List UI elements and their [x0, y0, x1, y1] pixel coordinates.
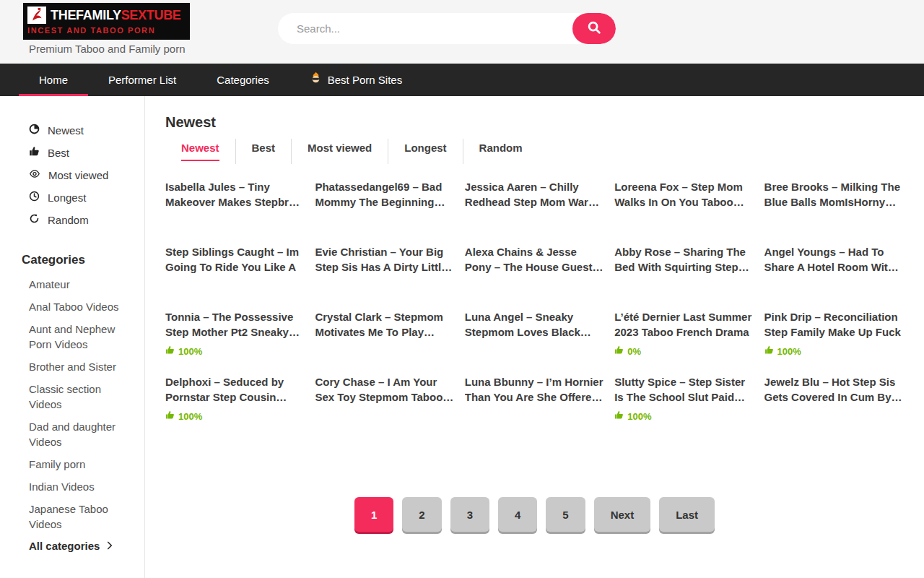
category-link[interactable]: Japanese Taboo Videos [0, 498, 144, 535]
video-title[interactable]: Jessica Aaren – Chilly Redhead Step Mom … [465, 179, 604, 210]
nav-item-home[interactable]: Home [19, 64, 88, 96]
sidebar-item-best[interactable]: Best [0, 142, 144, 164]
video-item[interactable]: Jessica Aaren – Chilly Redhead Step Mom … [465, 179, 604, 244]
nav-item-label: Home [39, 64, 68, 96]
video-title[interactable]: L’été Dernier Last Summer 2023 Taboo Fre… [614, 309, 754, 340]
search-button[interactable] [572, 13, 616, 44]
categories-heading: Categories [22, 253, 144, 267]
pagination-button[interactable]: Next [594, 497, 651, 532]
pagination-button[interactable]: 1 [354, 497, 393, 532]
video-item[interactable]: Crystal Clark – Stepmom Motivates Me To … [315, 309, 454, 374]
video-rating: 100% [165, 410, 305, 422]
video-item[interactable]: Bree Brooks – Milking The Blue Balls Mom… [764, 179, 904, 244]
video-item[interactable]: Jewelz Blu – Hot Step Sis Gets Covered I… [764, 374, 904, 439]
video-item[interactable]: Loreena Fox – Step Mom Walks In On You T… [614, 179, 754, 244]
category-link[interactable]: Brother and Sister [0, 355, 144, 378]
video-item[interactable]: Isabella Jules – Tiny Makeover Makes Ste… [165, 179, 305, 244]
video-item[interactable]: Alexa Chains & Jesse Pony – The House Gu… [465, 244, 604, 309]
category-link[interactable]: Indian Videos [0, 475, 144, 498]
video-title[interactable]: Slutty Spice – Step Sister Is The School… [614, 374, 754, 405]
video-title[interactable]: Angel Youngs – Had To Share A Hotel Room… [764, 244, 904, 275]
logo-title-red: SEXTUBE [121, 8, 181, 22]
sort-tab-label: Best [252, 142, 276, 160]
video-item[interactable]: Evie Christian – Your Big Step Sis Has A… [315, 244, 454, 309]
video-item[interactable]: Phatassedangel69 – Bad Mommy The Beginni… [315, 179, 454, 244]
header: THEFAMILYSEXTUBE INCEST AND TABOO PORN P… [0, 0, 924, 64]
sort-tab[interactable]: Random [463, 139, 539, 164]
search-bar [278, 13, 616, 44]
category-link[interactable]: Aunt and Nephew Porn Videos [0, 318, 144, 355]
pagination-button[interactable]: 4 [498, 497, 537, 532]
nav-item-performer-list[interactable]: Performer List [88, 64, 196, 96]
video-title[interactable]: Bree Brooks – Milking The Blue Balls Mom… [764, 179, 904, 210]
rating-percent: 100% [627, 411, 651, 422]
sidebar-item-newest[interactable]: Newest [0, 119, 144, 142]
nav-item-categories[interactable]: Categories [196, 64, 289, 96]
nav-item-label: Performer List [108, 64, 176, 96]
rating-percent: 100% [178, 411, 202, 422]
site-logo[interactable]: THEFAMILYSEXTUBE INCEST AND TABOO PORN [23, 3, 190, 40]
search-input[interactable] [278, 13, 588, 44]
video-title[interactable]: Cory Chase – I Am Your Sex Toy Stepmom T… [315, 374, 454, 405]
video-title[interactable]: Isabella Jules – Tiny Makeover Makes Ste… [165, 179, 305, 210]
video-item[interactable]: Luna Bbunny – I’m Hornier Than You Are S… [465, 374, 604, 439]
pagination-button[interactable]: 5 [546, 497, 585, 532]
sort-tab[interactable]: Newest [165, 139, 235, 164]
clock-icon [29, 190, 40, 205]
pagination-button[interactable]: 3 [450, 497, 489, 532]
video-title[interactable]: Pink Drip – Reconciliation Step Family M… [764, 309, 904, 340]
nav-item-best-porn-sites[interactable]: Best Porn Sites [289, 64, 422, 96]
sidebar-item-random[interactable]: Random [0, 209, 144, 231]
video-item[interactable]: Slutty Spice – Step Sister Is The School… [614, 374, 754, 439]
video-title[interactable]: Luna Angel – Sneaky Stepmom Loves Black … [465, 309, 604, 340]
video-title[interactable]: Delphoxi – Seduced by Pornstar Step Cous… [165, 374, 305, 405]
logo-subtitle: INCEST AND TABOO PORN [27, 26, 181, 35]
video-title[interactable]: Evie Christian – Your Big Step Sis Has A… [315, 244, 454, 275]
video-item[interactable]: Pink Drip – Reconciliation Step Family M… [764, 309, 904, 374]
video-rating: 0% [614, 345, 754, 357]
video-item[interactable]: Tonnia – The Possessive Step Mother Pt2 … [165, 309, 305, 374]
sort-tab-label: Random [479, 142, 523, 160]
video-item[interactable]: Step Siblings Caught – Im Going To Ride … [165, 244, 305, 309]
category-link[interactable]: Family porn [0, 453, 144, 475]
main-nav: Home Performer List Categories Best Porn… [0, 64, 924, 96]
video-item[interactable]: Cory Chase – I Am Your Sex Toy Stepmom T… [315, 374, 454, 439]
category-link[interactable]: Dad and daughter Videos [0, 415, 144, 453]
category-link[interactable]: Amateur [0, 273, 144, 296]
content: Newest Best Most viewed Longest Random C… [0, 96, 924, 578]
video-title[interactable]: Tonnia – The Possessive Step Mother Pt2 … [165, 309, 305, 340]
thumbs-up-icon [165, 345, 175, 357]
video-title[interactable]: Crystal Clark – Stepmom Motivates Me To … [315, 309, 454, 340]
video-item[interactable]: Abby Rose – Sharing The Bed With Squirti… [614, 244, 754, 309]
sort-tab[interactable]: Longest [388, 139, 462, 164]
category-link[interactable]: Classic section Videos [0, 378, 144, 415]
sidebar-item-most-viewed[interactable]: Most viewed [0, 164, 144, 186]
page: THEFAMILYSEXTUBE INCEST AND TABOO PORN P… [0, 0, 924, 578]
video-item[interactable]: Luna Angel – Sneaky Stepmom Loves Black … [465, 309, 604, 374]
video-item[interactable]: L’été Dernier Last Summer 2023 Taboo Fre… [614, 309, 754, 374]
sort-tab[interactable]: Most viewed [291, 139, 388, 164]
sidebar-item-longest[interactable]: Longest [0, 186, 144, 209]
sort-tab-label: Longest [404, 142, 446, 160]
category-link[interactable]: Anal Taboo Videos [0, 296, 144, 318]
video-title[interactable]: Phatassedangel69 – Bad Mommy The Beginni… [315, 179, 454, 210]
video-title[interactable]: Luna Bbunny – I’m Hornier Than You Are S… [465, 374, 604, 405]
pagination-button[interactable]: Last [659, 497, 715, 532]
sort-tab-label: Most viewed [308, 142, 372, 160]
video-title[interactable]: Alexa Chains & Jesse Pony – The House Gu… [465, 244, 604, 275]
video-item[interactable]: Angel Youngs – Had To Share A Hotel Room… [764, 244, 904, 309]
sidebar: Newest Best Most viewed Longest Random C… [0, 96, 145, 578]
video-title[interactable]: Jewelz Blu – Hot Step Sis Gets Covered I… [764, 374, 904, 405]
video-item[interactable]: Delphoxi – Seduced by Pornstar Step Cous… [165, 374, 305, 439]
site-tagline: Premium Taboo and Family porn [29, 43, 186, 55]
nav-item-label: Categories [217, 64, 269, 96]
all-categories-link[interactable]: All categories [0, 535, 144, 556]
sort-tab[interactable]: Best [235, 139, 292, 164]
video-title[interactable]: Step Siblings Caught – Im Going To Ride … [165, 244, 305, 275]
video-title[interactable]: Abby Rose – Sharing The Bed With Squirti… [614, 244, 754, 275]
main: Newest NewestBestMost viewedLongestRando… [145, 96, 924, 578]
pagination: 12345NextLast [165, 497, 904, 532]
video-title[interactable]: Loreena Fox – Step Mom Walks In On You T… [614, 179, 754, 210]
sidebar-item-label: Random [48, 212, 89, 228]
pagination-button[interactable]: 2 [402, 497, 441, 532]
